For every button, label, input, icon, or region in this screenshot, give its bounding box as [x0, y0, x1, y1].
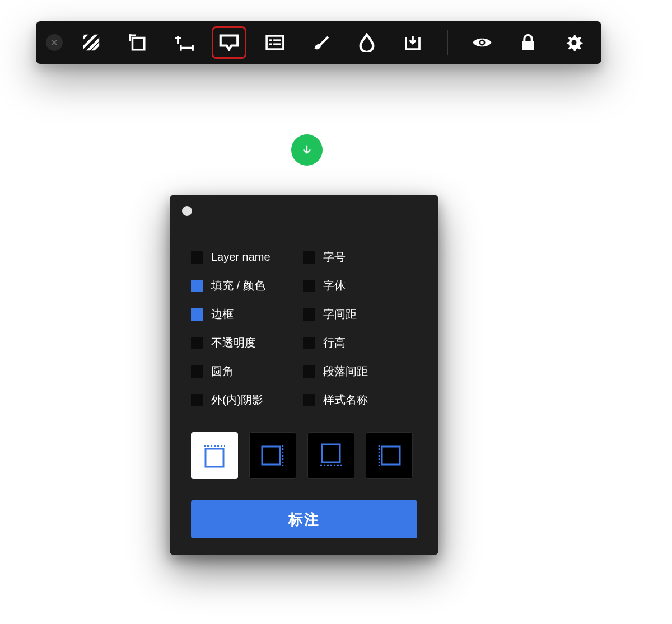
- checkbox[interactable]: [303, 394, 315, 406]
- panel-titlebar[interactable]: [170, 195, 438, 227]
- svg-rect-19: [382, 447, 400, 465]
- option-shadow[interactable]: 外(内)阴影: [191, 392, 303, 407]
- panel-close-dot[interactable]: [182, 206, 192, 216]
- option-label: 边框: [211, 307, 234, 322]
- checkbox[interactable]: [191, 308, 203, 321]
- svg-rect-4: [269, 39, 272, 41]
- annotate-icon: [219, 34, 239, 51]
- toolbar-btn-eye[interactable]: [465, 26, 500, 59]
- annotate-button-label: 标注: [288, 510, 320, 529]
- option-label: 字体: [323, 278, 346, 293]
- drop-icon: [358, 33, 375, 52]
- option-label: 填充 / 颜色: [211, 278, 265, 293]
- svg-rect-14: [262, 447, 280, 465]
- toolbar-btn-artboard[interactable]: [120, 26, 155, 59]
- toolbar-btn-drop[interactable]: [349, 26, 384, 59]
- panel-body: Layer name 字号 填充 / 颜色 字体 边框 字间距 不透明度 行高 …: [170, 227, 438, 555]
- toolbar: [36, 21, 601, 64]
- toolbar-btn-list[interactable]: [258, 26, 292, 59]
- mode-bottom[interactable]: [307, 432, 354, 479]
- mode-left-icon: [375, 441, 404, 470]
- svg-point-11: [571, 40, 576, 45]
- arrow-down-indicator: [291, 134, 323, 166]
- toolbar-items: [74, 26, 591, 59]
- option-font-size[interactable]: 字号: [303, 250, 415, 265]
- svg-point-9: [480, 41, 484, 44]
- toolbar-btn-settings[interactable]: [557, 26, 591, 59]
- artboard-icon: [128, 33, 147, 52]
- mode-right[interactable]: [249, 432, 296, 479]
- option-label: 不透明度: [211, 335, 256, 350]
- svg-rect-6: [269, 43, 272, 45]
- toolbar-btn-measure[interactable]: [166, 26, 200, 59]
- option-font[interactable]: 字体: [303, 278, 415, 293]
- mode-right-icon: [258, 441, 287, 470]
- eye-icon: [472, 35, 492, 50]
- toolbar-divider: [447, 30, 448, 55]
- option-label: 行高: [323, 335, 346, 350]
- checkbox[interactable]: [303, 365, 315, 378]
- arrow-down-icon: [301, 144, 313, 156]
- svg-rect-2: [129, 34, 131, 36]
- checkbox[interactable]: [191, 337, 203, 349]
- download-icon: [404, 34, 422, 51]
- annotate-button[interactable]: 标注: [191, 500, 417, 538]
- toolbar-btn-hatch[interactable]: [74, 26, 109, 59]
- position-modes: [191, 432, 417, 479]
- measure-icon: [172, 33, 194, 52]
- option-radius[interactable]: 圆角: [191, 364, 303, 379]
- checkbox[interactable]: [303, 337, 315, 349]
- brush-icon: [311, 33, 330, 52]
- mode-top-icon: [200, 441, 229, 470]
- svg-rect-5: [273, 39, 281, 41]
- option-label: 字号: [323, 250, 346, 265]
- option-label: Layer name: [211, 251, 270, 264]
- close-button[interactable]: [46, 34, 63, 51]
- checkbox[interactable]: [191, 280, 203, 292]
- svg-rect-10: [522, 41, 534, 50]
- toolbar-btn-lock[interactable]: [511, 26, 545, 59]
- option-label: 字间距: [323, 307, 357, 322]
- option-paragraph-spacing[interactable]: 段落间距: [303, 364, 415, 379]
- toolbar-btn-annotate[interactable]: [212, 26, 246, 59]
- toolbar-btn-download[interactable]: [395, 26, 430, 59]
- option-label: 样式名称: [323, 392, 368, 407]
- option-label: 外(内)阴影: [211, 392, 263, 407]
- checkbox[interactable]: [191, 251, 203, 264]
- svg-rect-7: [273, 43, 281, 45]
- option-line-height[interactable]: 行高: [303, 335, 415, 350]
- lock-icon: [520, 34, 536, 51]
- hatch-icon: [82, 33, 101, 52]
- options-grid: Layer name 字号 填充 / 颜色 字体 边框 字间距 不透明度 行高 …: [191, 250, 417, 407]
- svg-rect-13: [206, 449, 223, 467]
- annotation-panel: Layer name 字号 填充 / 颜色 字体 边框 字间距 不透明度 行高 …: [170, 195, 438, 555]
- option-letter-spacing[interactable]: 字间距: [303, 307, 415, 322]
- checkbox[interactable]: [303, 308, 315, 321]
- svg-rect-16: [322, 444, 340, 462]
- option-layer-name[interactable]: Layer name: [191, 250, 303, 265]
- option-label: 圆角: [211, 364, 234, 379]
- gear-icon: [564, 33, 584, 52]
- mode-left[interactable]: [366, 432, 413, 479]
- option-opacity[interactable]: 不透明度: [191, 335, 303, 350]
- mode-top[interactable]: [191, 432, 238, 479]
- checkbox[interactable]: [303, 280, 315, 292]
- option-label: 段落间距: [323, 364, 368, 379]
- svg-rect-1: [133, 38, 144, 50]
- list-icon: [265, 34, 284, 51]
- checkbox[interactable]: [191, 394, 203, 406]
- mode-bottom-icon: [316, 441, 346, 470]
- option-border[interactable]: 边框: [191, 307, 303, 322]
- toolbar-btn-brush[interactable]: [304, 26, 338, 59]
- option-fill-color[interactable]: 填充 / 颜色: [191, 278, 303, 293]
- svg-rect-3: [267, 36, 283, 49]
- option-style-name[interactable]: 样式名称: [303, 392, 415, 407]
- checkbox[interactable]: [303, 251, 315, 264]
- checkbox[interactable]: [191, 365, 203, 378]
- close-icon: [50, 39, 58, 46]
